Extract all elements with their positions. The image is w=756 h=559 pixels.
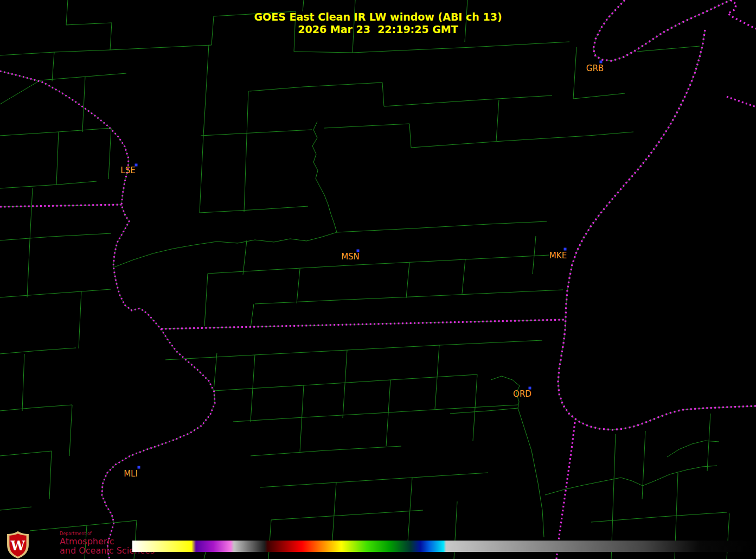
map-canvas bbox=[0, 0, 756, 559]
wi-mi-water-boundary-dotted bbox=[727, 97, 756, 107]
station-marker-mli bbox=[138, 466, 140, 469]
wi-il-border-dotted-line bbox=[161, 320, 564, 329]
state-borders-layer bbox=[0, 0, 756, 559]
station-label-msn: MSN bbox=[341, 252, 360, 262]
county-boundaries-layer bbox=[0, 0, 729, 559]
station-label-ord: ORD bbox=[513, 389, 531, 399]
border-underlay-layer bbox=[0, 0, 756, 559]
il-in-border-dotted-line bbox=[556, 422, 575, 559]
logo-dept-label: Department of bbox=[60, 532, 155, 536]
title-product-line: GOES East Clean IR LW window (ABI ch 13) bbox=[0, 11, 756, 23]
station-label-lse: LSE bbox=[120, 166, 135, 175]
goes-satellite-viewer: GOES East Clean IR LW window (ABI ch 13)… bbox=[0, 0, 756, 559]
colorbar bbox=[132, 541, 756, 552]
station-marker-mke bbox=[564, 248, 567, 251]
station-label-mke: MKE bbox=[549, 251, 567, 261]
station-label-grb: GRB bbox=[586, 63, 604, 73]
station-marker-grb bbox=[600, 61, 603, 63]
uw-crest-icon: W bbox=[4, 531, 31, 559]
crest-letter: W bbox=[10, 538, 25, 554]
mississippi-river-dotted-line bbox=[0, 71, 215, 559]
image-title: GOES East Clean IR LW window (ABI ch 13)… bbox=[0, 11, 756, 36]
title-timestamp-line: 2026 Mar 23 22:19:25 GMT bbox=[0, 23, 756, 36]
station-label-mli: MLI bbox=[124, 469, 138, 479]
lake-michigan-shoreline-dotted bbox=[558, 30, 705, 430]
